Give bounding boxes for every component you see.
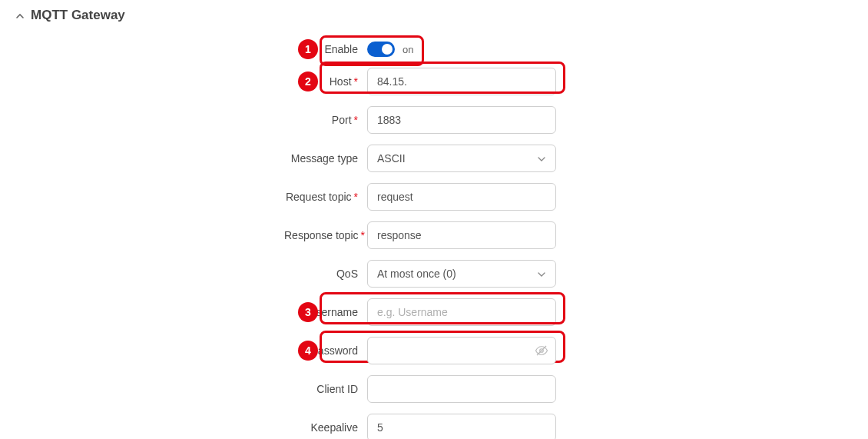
enable-status: on bbox=[403, 44, 413, 55]
row-keepalive: Keepalive bbox=[284, 414, 853, 439]
port-input[interactable] bbox=[367, 106, 556, 134]
row-client-id: Client ID bbox=[284, 375, 853, 403]
required-star: * bbox=[354, 75, 358, 88]
qos-select[interactable]: At most once (0) bbox=[367, 260, 556, 288]
row-port: Port* bbox=[284, 106, 853, 134]
section-title: MQTT Gateway bbox=[31, 8, 125, 23]
label-keepalive: Keepalive bbox=[284, 421, 367, 434]
callout-badge-4: 4 bbox=[298, 341, 318, 361]
row-host: 2 Host* bbox=[284, 68, 853, 95]
password-input[interactable] bbox=[367, 337, 556, 364]
callout-badge-1: 1 bbox=[298, 39, 318, 59]
qos-value: At most once (0) bbox=[377, 268, 456, 280]
label-password: Password bbox=[284, 344, 367, 357]
message-type-select[interactable]: ASCII bbox=[367, 145, 556, 172]
label-port: Port* bbox=[284, 114, 367, 126]
row-message-type: Message type ASCII bbox=[284, 145, 853, 172]
row-enable: 1 Enable on bbox=[284, 42, 853, 57]
request-topic-input[interactable] bbox=[367, 183, 556, 211]
required-star: * bbox=[361, 229, 365, 241]
label-response-topic: Response topic* bbox=[284, 229, 367, 241]
label-qos: QoS bbox=[284, 268, 367, 280]
row-qos: QoS At most once (0) bbox=[284, 260, 853, 288]
label-host: Host* bbox=[284, 75, 367, 88]
form-area: 1 Enable on 2 Host* Port* Message type A… bbox=[15, 42, 853, 439]
section-header[interactable]: MQTT Gateway bbox=[15, 8, 853, 23]
message-type-value: ASCII bbox=[377, 152, 406, 165]
callout-badge-2: 2 bbox=[298, 72, 318, 91]
chevron-down-icon bbox=[537, 269, 546, 278]
label-client-id: Client ID bbox=[284, 383, 367, 395]
response-topic-input[interactable] bbox=[367, 221, 556, 249]
client-id-input[interactable] bbox=[367, 375, 556, 403]
label-request-topic: Request topic* bbox=[284, 191, 367, 203]
username-input[interactable] bbox=[367, 298, 556, 326]
required-star: * bbox=[354, 114, 358, 126]
row-password: 4 Password bbox=[284, 337, 853, 364]
keepalive-input[interactable] bbox=[367, 414, 556, 439]
row-username: 3 Username bbox=[284, 298, 853, 326]
label-username: Username bbox=[284, 306, 367, 318]
chevron-up-icon bbox=[15, 11, 25, 20]
row-request-topic: Request topic* bbox=[284, 183, 853, 211]
enable-toggle[interactable] bbox=[367, 42, 395, 57]
host-input[interactable] bbox=[367, 68, 556, 95]
label-message-type: Message type bbox=[284, 152, 367, 165]
required-star: * bbox=[354, 191, 358, 203]
callout-badge-3: 3 bbox=[298, 302, 318, 322]
chevron-down-icon bbox=[537, 154, 546, 163]
row-response-topic: Response topic* bbox=[284, 221, 853, 249]
label-enable: Enable bbox=[284, 43, 367, 55]
eye-off-icon[interactable] bbox=[535, 344, 548, 358]
